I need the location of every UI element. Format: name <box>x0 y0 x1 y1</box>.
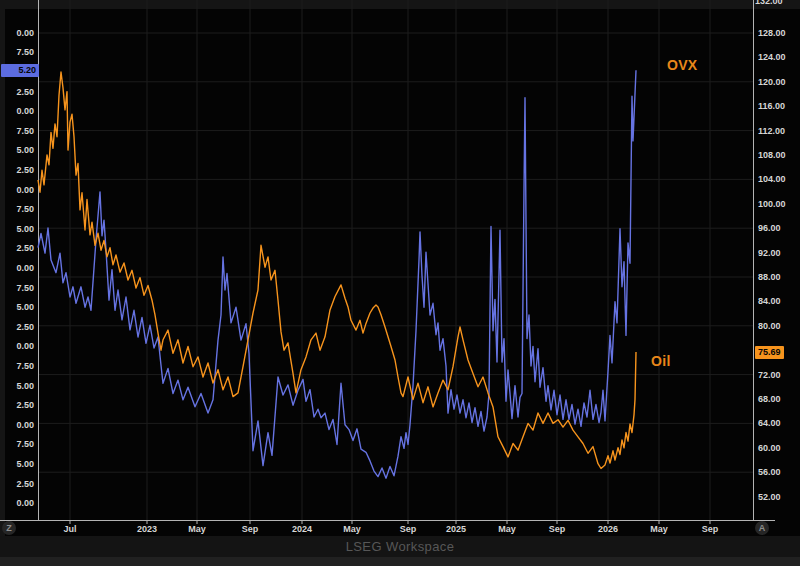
x-axis-label: May <box>498 524 516 534</box>
x-axis-label: May <box>650 524 668 534</box>
right-axis-label: 128.00 <box>758 28 786 38</box>
oil-line <box>38 72 636 469</box>
right-axis-label: 112.00 <box>758 126 785 136</box>
right-axis-label: 92.00 <box>758 248 781 258</box>
x-axis-label: Sep <box>242 524 259 534</box>
window-bottom-edge <box>0 557 800 566</box>
x-axis-label: 2024 <box>292 524 312 534</box>
right-axis-label: 120.00 <box>758 77 786 87</box>
right-axis-clipped-top-label: 132.00 <box>755 0 783 9</box>
left-axis-label: 5.00 <box>0 459 34 469</box>
right-axis-label: 88.00 <box>758 272 781 282</box>
left-axis-label: 2.50 <box>0 87 34 97</box>
left-axis-label: 5.00 <box>0 145 34 155</box>
x-axis-label: May <box>188 524 206 534</box>
left-axis-label: 2.50 <box>0 479 34 489</box>
left-axis-label: 0.00 <box>0 498 34 508</box>
x-axis-label: 2026 <box>598 524 618 534</box>
right-axis-label: 116.00 <box>758 101 785 111</box>
right-axis-label: 56.00 <box>758 467 781 477</box>
plot-svg <box>0 0 800 536</box>
x-axis-label: Sep <box>702 524 719 534</box>
left-axis-label: 7.50 <box>0 126 34 136</box>
right-axis-label: 68.00 <box>758 394 781 404</box>
left-axis-label: 7.50 <box>0 47 34 57</box>
left-axis-label: 0.00 <box>0 341 34 351</box>
right-axis-label: 72.00 <box>758 370 781 380</box>
ovx-series-label[interactable]: OVX <box>667 57 697 73</box>
left-axis-label: 5.00 <box>0 224 34 234</box>
x-axis-label: Sep <box>400 524 417 534</box>
x-axis-label: Jul <box>63 524 76 534</box>
x-axis-label: Sep <box>549 524 566 534</box>
left-axis-label: 2.50 <box>0 165 34 175</box>
left-axis-label: 2.50 <box>0 400 34 410</box>
right-axis-label: 104.00 <box>758 174 786 184</box>
zoom-reset-button[interactable]: Z <box>2 521 16 535</box>
left-axis-label: 0.00 <box>0 185 34 195</box>
right-axis-label: 64.00 <box>758 418 781 428</box>
left-axis-label: 0.00 <box>0 106 34 116</box>
oil-series-label[interactable]: Oil <box>651 353 671 369</box>
right-axis-label: 100.00 <box>758 199 786 209</box>
oil-last-value-badge: 75.69 <box>755 346 784 359</box>
x-axis-label: 2025 <box>446 524 466 534</box>
right-axis-label: 96.00 <box>758 223 781 233</box>
left-axis-label: 0.00 <box>0 420 34 430</box>
annotation-button[interactable]: A <box>755 521 769 535</box>
right-axis-label: 84.00 <box>758 296 781 306</box>
right-axis-label: 108.00 <box>758 150 786 160</box>
left-axis-label: 0.00 <box>0 28 34 38</box>
left-axis-label: 2.50 <box>0 243 34 253</box>
left-axis-label: 0.00 <box>0 263 34 273</box>
left-axis-label: 2.50 <box>0 322 34 332</box>
left-axis-label: 7.50 <box>0 204 34 214</box>
right-axis-label: 80.00 <box>758 321 781 331</box>
ovx-last-value-badge: 5.20 <box>1 64 39 77</box>
x-axis-label: 2023 <box>137 524 157 534</box>
right-axis-label: 52.00 <box>758 492 781 502</box>
left-axis-label: 7.50 <box>0 361 34 371</box>
right-axis-label: 124.00 <box>758 52 786 62</box>
status-bar: LSEG Workspace <box>0 536 800 557</box>
lseg-workspace-window: 0.007.502.500.007.505.002.500.007.505.00… <box>0 0 800 566</box>
left-axis-label: 5.00 <box>0 302 34 312</box>
x-axis-label: May <box>343 524 361 534</box>
left-axis-label: 7.50 <box>0 283 34 293</box>
price-chart[interactable]: 0.007.502.500.007.505.002.500.007.505.00… <box>0 0 800 536</box>
left-axis-label: 7.50 <box>0 439 34 449</box>
left-axis-label: 5.00 <box>0 381 34 391</box>
brand-text: LSEG Workspace <box>346 539 455 554</box>
right-axis-label: 60.00 <box>758 443 781 453</box>
